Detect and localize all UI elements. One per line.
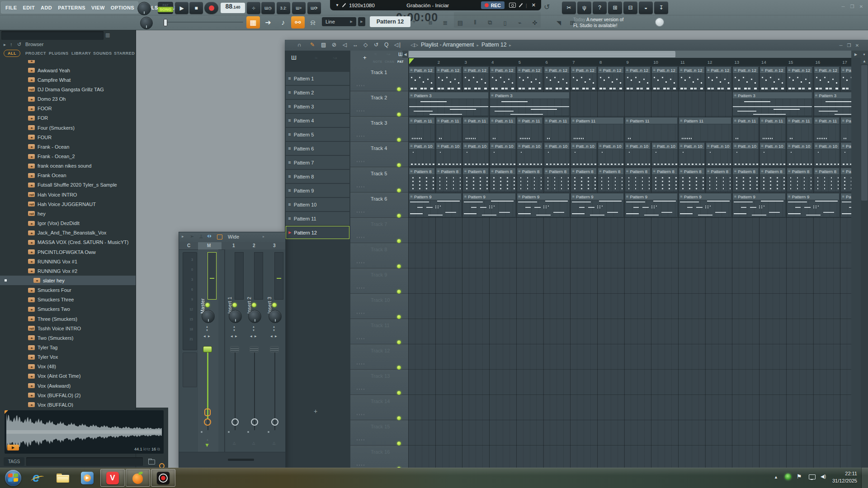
browser-item[interactable]: ◂▸MASSA VOX (Cred. SATURN - MusicYT) [0, 238, 136, 247]
playback-tool-icon[interactable]: ◁∣ [394, 42, 401, 48]
mixer-view-arrow-icon[interactable]: ▸ [263, 235, 264, 239]
browser-item[interactable]: ◂▸Smuckers Four [0, 286, 136, 295]
mixer-view-mode[interactable]: Wide [228, 234, 239, 239]
browser-item[interactable]: ◂▸Smuckers Three [0, 295, 136, 305]
clip-track-1-bar3[interactable]: ≣Patt..n 12 [462, 66, 489, 91]
channel-enable-led[interactable] [232, 303, 237, 307]
browser-item[interactable]: ◂▸Frank - Ocean [0, 142, 136, 151]
channel-enable-led[interactable] [252, 303, 256, 307]
menu-edit[interactable]: EDIT [23, 5, 35, 10]
save-new-icon[interactable]: ⊟ [623, 1, 637, 14]
channel-leftright-arrow[interactable]: ▶ [255, 334, 257, 338]
clip-track-3-bar17[interactable]: ≣Patt..n 11 [840, 117, 851, 141]
clip-track-5-bar2[interactable]: ≣Pattern 8 [436, 168, 462, 192]
clip-track-2-bar16[interactable]: ≣Pattern 3 [814, 92, 852, 116]
browser-item[interactable]: ◂▸RUNNING Vox #2 [0, 266, 136, 276]
picker-item-7[interactable]: ≣Pattern 7 [286, 156, 349, 169]
clip-track-4-bar9[interactable]: ≣Patt..n 10 [625, 142, 651, 167]
playlist-view-icon[interactable]: ⧈ [424, 17, 437, 28]
channel-enable-led[interactable] [205, 303, 210, 307]
shuffle-slider-track[interactable] [165, 22, 243, 23]
browser-item[interactable]: ◂▸Futsall Shuffle 2020 Tyler_s Sample [0, 180, 136, 190]
browser-item[interactable]: ◂▸frank ocean nikes sound [0, 161, 136, 171]
picker-item-2[interactable]: ≣Pattern 2 [286, 86, 349, 99]
preview-play-button[interactable]: ▶ [7, 445, 19, 450]
track-mute-led[interactable] [397, 290, 401, 294]
taskbar-clock[interactable]: 22:11 31/12/2025 [832, 470, 857, 484]
wait-input-icon[interactable]: Ш◷ [261, 2, 275, 14]
mixer-menu-icon[interactable]: ▸ [182, 234, 184, 239]
export-icon[interactable]: ↧ [654, 1, 668, 14]
track-mute-led[interactable] [397, 416, 401, 420]
clip-track-6-bar11[interactable]: ≣Pattern 9 [679, 193, 731, 217]
clip-track-5-bar12[interactable]: ≣Pattern 8 [706, 168, 732, 192]
clip-track-6-bar13[interactable]: ≣Pattern 9 [732, 193, 785, 217]
clip-track-2-bar13[interactable]: ≣Pattern 3 [732, 92, 812, 116]
clip-track-4-bar14[interactable]: ≣Patt..n 10 [760, 142, 786, 167]
browser-item[interactable]: ◂▸Vox (BUFFALO) [0, 400, 136, 407]
strip-up-arrow[interactable]: ▲ [206, 438, 209, 441]
track-header-2[interactable]: Track 2 [350, 91, 408, 117]
taskbar-windows-explorer[interactable] [51, 469, 75, 487]
browser-item[interactable]: ◂▸Vox (BUFFALO) (2) [0, 390, 136, 400]
app-maximize-button[interactable]: ❐ [848, 4, 856, 9]
stop-button[interactable]: ■ [189, 2, 203, 14]
clip-track-2-bar1[interactable]: ≣Pattern 3 [409, 92, 489, 116]
tempo-display[interactable]: 88.140 [221, 3, 245, 13]
show-desktop-button[interactable] [861, 468, 868, 488]
plugin-picker-icon[interactable]: ⍾ [306, 16, 320, 28]
clip-track-5-bar6[interactable]: ≣Pattern 8 [544, 168, 570, 192]
clip-track-3-bar7[interactable]: ≣Pattern 11 [571, 117, 623, 141]
browser-item[interactable]: ◂▸Awkward Yeah [0, 66, 136, 75]
clip-track-6-bar5[interactable]: ≣Pattern 9 [517, 193, 570, 217]
recorder-rec-button[interactable]: REC [481, 1, 505, 9]
clip-track-5-bar1[interactable]: ≣Pattern 8 [409, 168, 435, 192]
clip-track-1-bar15[interactable]: ≣Patt..n 12 [787, 66, 813, 91]
touch-icon[interactable]: ✜ [528, 17, 541, 28]
tab-note[interactable]: NOTE [373, 60, 382, 63]
taskbar-vivaldi[interactable]: V [100, 469, 125, 487]
tags-folder-icon[interactable] [148, 460, 155, 465]
channel-updown-arrow[interactable]: ▼ [273, 329, 275, 332]
pattern-prev-arrow[interactable]: ▶ [358, 17, 365, 26]
mixer-route-icon[interactable]: ➣ [190, 234, 194, 239]
mixer-swap-icon[interactable]: ⏴⏵ [207, 234, 212, 239]
mixer-strip-insert-2[interactable]: Insert 2▲▼◀▶△ [245, 249, 265, 452]
track-header-4[interactable]: Track 4 [350, 142, 408, 167]
channel-leftright-arrow[interactable]: ◀ [250, 334, 252, 338]
clip-track-4-bar6[interactable]: ≣Patt..n 10 [544, 142, 570, 167]
clip-track-3-bar1[interactable]: ≣Patt..n 11 [409, 117, 435, 141]
clip-track-4-bar10[interactable]: ≣Patt..n 10 [651, 142, 678, 167]
clip-track-4-bar7[interactable]: ≣Patt..n 10 [571, 142, 597, 167]
clip-track-1-bar9[interactable]: ≣Patt..n 12 [625, 66, 651, 91]
browser-view-icon[interactable]: ⧉ [484, 17, 496, 28]
tray-volume-icon[interactable]: ◀) [821, 474, 826, 479]
browser-tab-starred[interactable]: STARRED [114, 51, 135, 56]
mixer-io-icon[interactable]: ⊥ [199, 234, 203, 239]
update-notice[interactable]: Today A newer version of FL Studio is av… [573, 17, 654, 28]
tags-input[interactable] [26, 457, 143, 466]
track-header-3[interactable]: Track 3 [350, 117, 408, 142]
clip-track-5-bar4[interactable]: ≣Pattern 8 [490, 168, 516, 192]
channel-leftright-arrow[interactable]: ▶ [235, 334, 237, 338]
browser-item[interactable]: ◂▸Frank - Ocean_2 [0, 152, 136, 161]
clip-track-5-bar11[interactable]: ≣Pattern 8 [679, 168, 705, 192]
clip-track-6-bar3[interactable]: ≣Pattern 9 [462, 193, 515, 217]
loop-tool-icon[interactable]: ↺ [374, 42, 378, 48]
latency-clock-icon[interactable] [204, 418, 211, 426]
picker-add-pattern-button[interactable]: + [314, 408, 317, 415]
typing-keyboard-icon[interactable]: ⊹ [247, 2, 260, 14]
clip-track-4-bar17[interactable]: ≣Patt..n 10 [840, 142, 851, 167]
picker-item-3[interactable]: ≣Pattern 3 [286, 100, 349, 113]
browser-tab-all[interactable]: ALL [4, 50, 20, 57]
mute-tool-icon[interactable]: ◁ [343, 42, 347, 48]
headphones-icon[interactable]: ∩ [297, 42, 302, 48]
clip-track-3-bar9[interactable]: ≣Pattern 11 [625, 117, 678, 141]
playlist-titlebar[interactable]: ∩✎▨⊘◁↔◇↺Q◁∣ ◁▷ Playlist - Arrangement▸Pa… [285, 40, 868, 51]
snap-selector[interactable]: Line ▶ [322, 17, 356, 26]
browser-item[interactable]: ◂▸FOUR [0, 132, 136, 142]
main-volume-knob[interactable] [137, 2, 151, 15]
hscroll-thumb[interactable] [409, 51, 675, 57]
clip-track-5-bar13[interactable]: ≣Pattern 8 [732, 168, 759, 192]
channel-pan-knob[interactable] [202, 310, 215, 323]
